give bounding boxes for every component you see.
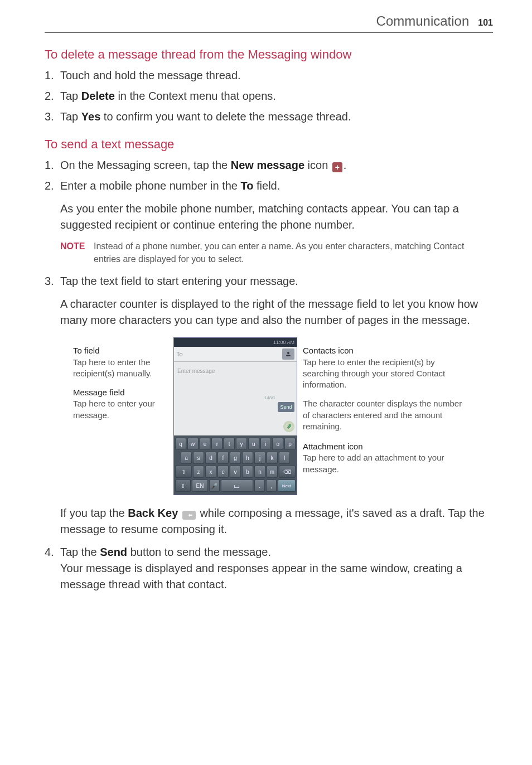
key-f[interactable]: f bbox=[217, 452, 229, 464]
callout-title: Attachment icon bbox=[303, 441, 465, 452]
key-y[interactable]: y bbox=[236, 438, 247, 450]
key-j[interactable]: j bbox=[254, 452, 265, 464]
key-period[interactable]: . bbox=[254, 480, 265, 492]
phone-mockup: 11:00 AM To Enter message 148/1 Send qwe… bbox=[173, 337, 297, 495]
key-d[interactable]: d bbox=[205, 452, 216, 464]
text-fragment: Your message is displayed and responses … bbox=[60, 562, 462, 590]
key-comma[interactable]: , bbox=[266, 480, 277, 492]
figure-right-callouts: Contacts icon Tap here to enter the reci… bbox=[303, 337, 465, 495]
attachment-icon[interactable] bbox=[283, 421, 294, 432]
key-c[interactable]: c bbox=[217, 466, 229, 478]
callout-attachment-icon: Attachment icon Tap here to add an attac… bbox=[303, 441, 465, 475]
key-g[interactable]: g bbox=[230, 452, 241, 464]
callout-desc: Tap here to enter the recipient(s) manua… bbox=[73, 357, 168, 380]
note-label: NOTE bbox=[60, 240, 94, 265]
text-fragment: Tap bbox=[60, 90, 81, 102]
key-b[interactable]: b bbox=[242, 466, 253, 478]
text-fragment: in the Context menu that opens. bbox=[115, 90, 276, 102]
key-z[interactable]: z bbox=[193, 466, 204, 478]
key-i[interactable]: i bbox=[260, 438, 272, 450]
message-placeholder: Enter message bbox=[177, 368, 215, 374]
text-fragment bbox=[178, 507, 181, 519]
step-text: Tap the Send button to send the message.… bbox=[60, 544, 493, 593]
callout-desc: Tap here to enter the recipient(s) by se… bbox=[303, 357, 465, 391]
callout-to-field: To field Tap here to enter the recipient… bbox=[73, 345, 168, 379]
step-number: 3. bbox=[45, 273, 60, 289]
callout-title: To field bbox=[73, 345, 168, 356]
keyboard[interactable]: qwertyuiop asdfghjkl ⇧zxcvbnm⌫ ⇧ EN 🎤 ⌴ … bbox=[174, 435, 297, 495]
step-number: 3. bbox=[45, 109, 60, 125]
key-lang[interactable]: EN bbox=[192, 480, 207, 492]
text-fragment: icon bbox=[304, 159, 331, 171]
key-m[interactable]: m bbox=[267, 466, 278, 478]
key-shift-icon[interactable]: ⇧ bbox=[175, 466, 192, 478]
bold-back-key: Back Key bbox=[128, 507, 178, 519]
list-item: 1. Touch and hold the message thread. bbox=[45, 67, 493, 84]
key-v[interactable]: v bbox=[230, 466, 241, 478]
message-field[interactable]: Enter message 148/1 Send bbox=[174, 362, 297, 435]
callout-title: Message field bbox=[73, 387, 168, 398]
list-item: 2. Tap Delete in the Context menu that o… bbox=[45, 88, 493, 104]
key-mic-icon[interactable]: 🎤 bbox=[209, 480, 220, 492]
key-p[interactable]: p bbox=[284, 438, 296, 450]
key-q[interactable]: q bbox=[175, 438, 186, 450]
text-fragment: field. bbox=[254, 180, 280, 192]
step-text: Touch and hold the message thread. bbox=[60, 67, 493, 84]
key-k[interactable]: k bbox=[267, 452, 278, 464]
bold-new-message: New message bbox=[231, 159, 304, 171]
key-delete-icon[interactable]: ⌫ bbox=[279, 466, 296, 478]
key-s[interactable]: s bbox=[193, 452, 204, 464]
text-fragment: to confirm you want to delete the messag… bbox=[100, 110, 351, 123]
to-field-row[interactable]: To bbox=[174, 347, 297, 362]
step-number: 2. bbox=[45, 88, 60, 104]
send-button[interactable]: Send bbox=[278, 402, 294, 412]
paragraph: A character counter is displayed to the … bbox=[60, 296, 493, 328]
list-item: 1. On the Messaging screen, tap the New … bbox=[45, 157, 493, 173]
to-placeholder: To bbox=[176, 351, 280, 357]
callout-counter: The character counter displays the numbe… bbox=[303, 398, 465, 432]
figure-left-callouts: To field Tap here to enter the recipient… bbox=[73, 337, 168, 495]
header-title: Communication bbox=[376, 13, 470, 29]
key-shift-icon[interactable]: ⇧ bbox=[175, 480, 191, 492]
text-fragment: Enter a mobile phone number in the bbox=[60, 180, 241, 192]
paragraph: As you enter the mobile phone number, ma… bbox=[60, 201, 493, 233]
key-e[interactable]: e bbox=[200, 438, 211, 450]
step-number: 4. bbox=[45, 544, 60, 593]
back-key-icon bbox=[182, 511, 196, 520]
list-item: 2. Enter a mobile phone number in the To… bbox=[45, 178, 493, 194]
status-bar: 11:00 AM bbox=[174, 338, 297, 347]
section-heading-send-text: To send a text message bbox=[45, 137, 493, 152]
page-header: Communication 101 bbox=[45, 0, 493, 33]
callout-contacts-icon: Contacts icon Tap here to enter the reci… bbox=[303, 345, 465, 390]
key-r[interactable]: r bbox=[211, 438, 223, 450]
callout-desc: Tap here to enter your message. bbox=[73, 398, 168, 421]
key-t[interactable]: t bbox=[224, 438, 235, 450]
key-next[interactable]: Next bbox=[278, 480, 296, 492]
step-text: On the Messaging screen, tap the New mes… bbox=[60, 157, 493, 173]
text-fragment: Tap bbox=[60, 110, 81, 123]
step-text: Enter a mobile phone number in the To fi… bbox=[60, 178, 493, 194]
step-number: 1. bbox=[45, 67, 60, 84]
key-w[interactable]: w bbox=[187, 438, 199, 450]
section-heading-delete-thread: To delete a message thread from the Mess… bbox=[45, 47, 493, 62]
step-text: Tap Delete in the Context menu that open… bbox=[60, 88, 493, 104]
list-item: 3. Tap Yes to confirm you want to delete… bbox=[45, 109, 493, 125]
bold-yes: Yes bbox=[81, 110, 100, 123]
key-a[interactable]: a bbox=[181, 452, 192, 464]
text-fragment: Tap the bbox=[60, 546, 100, 558]
key-space[interactable]: ⌴ bbox=[221, 480, 253, 492]
status-time: 11:00 AM bbox=[273, 340, 294, 345]
new-message-icon bbox=[332, 162, 342, 172]
key-o[interactable]: o bbox=[272, 438, 283, 450]
note-text: Instead of a phone number, you can enter… bbox=[94, 240, 493, 265]
figure: To field Tap here to enter the recipient… bbox=[45, 337, 493, 495]
key-x[interactable]: x bbox=[205, 466, 216, 478]
key-u[interactable]: u bbox=[248, 438, 259, 450]
character-counter: 148/1 bbox=[264, 395, 275, 400]
contacts-icon[interactable] bbox=[282, 348, 294, 360]
bold-to: To bbox=[241, 180, 254, 192]
key-l[interactable]: l bbox=[279, 452, 290, 464]
step-text: Tap the text field to start entering you… bbox=[60, 273, 493, 289]
key-h[interactable]: h bbox=[242, 452, 253, 464]
key-n[interactable]: n bbox=[254, 466, 265, 478]
